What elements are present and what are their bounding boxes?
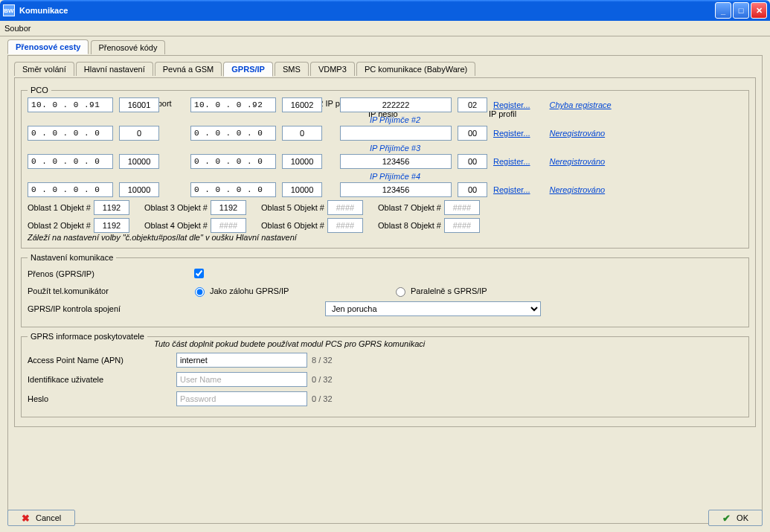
radio-parallel[interactable] (396, 287, 405, 297)
ok-icon: ✔ (722, 513, 731, 524)
app-icon: BW (3, 4, 15, 16)
recv4-register[interactable]: Register... (493, 185, 530, 194)
subtab-vdmp3[interactable]: VDMP3 (310, 62, 355, 76)
pco-legend: PCO (28, 86, 51, 94)
receiver-4-header: IP Přijímče #4 (370, 172, 742, 181)
group-gprs-info: GPRS informace poskytovatele Tuto část d… (21, 332, 749, 417)
recv1-wan1-port[interactable] (119, 97, 159, 112)
main-tab-row: Přenosové cesty Přenosové kódy (7, 39, 763, 56)
ok-button[interactable]: ✔ OK (708, 510, 763, 526)
recv3-status[interactable]: Neregistrováno (550, 157, 606, 166)
minimize-button[interactable]: _ (715, 2, 731, 19)
area2-value[interactable] (94, 218, 129, 233)
radio-backup[interactable] (195, 287, 205, 297)
area2-label: Oblast 2 Objekt # (28, 221, 91, 230)
recv1-wan2-ip[interactable] (190, 97, 276, 112)
recv4-wan1-ip[interactable] (28, 182, 113, 197)
recv3-profile[interactable] (458, 154, 487, 169)
recv2-wan1-port[interactable] (119, 126, 159, 141)
recv1-wan2-port[interactable] (282, 97, 322, 112)
cancel-icon: ✖ (22, 513, 30, 524)
recv3-pw[interactable] (340, 154, 452, 169)
transfer-checkbox[interactable] (194, 269, 204, 278)
radio-backup-label: Jako zálohu GPRS/IP (210, 286, 289, 295)
apn-label: Access Point Name (APN) (28, 356, 176, 365)
area8-label: Oblast 8 Objekt # (378, 221, 441, 230)
group-pco: PCO WAN1 IP adresa WAN1 IP port WAN2 IP … (21, 86, 749, 249)
recv1-status[interactable]: Chyba registrace (550, 100, 612, 109)
gprs-note: Tuto část doplnit pokud budete používat … (154, 339, 742, 348)
area7-value[interactable] (444, 200, 480, 215)
titlebar: BW Komunikace _ □ ✕ (0, 0, 770, 21)
tab-codes[interactable]: Přenosové kódy (91, 40, 166, 54)
subtab-pc-comm[interactable]: PC komunikace (BabyWare) (356, 62, 475, 76)
tab-paths[interactable]: Přenosové cesty (7, 39, 89, 54)
supervision-label: GPRS/IP kontrola spojení (28, 304, 325, 313)
supervision-select[interactable]: Jen porucha (325, 301, 541, 316)
recv2-profile[interactable] (458, 126, 487, 141)
area6-label: Oblast 6 Objekt # (261, 221, 324, 230)
area5-label: Oblast 5 Objekt # (261, 203, 324, 212)
pw-count: 0 / 32 (312, 394, 333, 403)
recv3-wan2-ip[interactable] (190, 154, 276, 169)
recv4-wan2-ip[interactable] (190, 182, 276, 197)
menu-file[interactable]: Soubor (4, 24, 31, 33)
gprs-legend: GPRS informace poskytovatele (28, 332, 147, 341)
recv1-profile[interactable] (458, 97, 487, 112)
apn-count: 8 / 32 (312, 356, 333, 365)
receiver-3-header: IP Přijímče #3 (370, 144, 742, 153)
maximize-button[interactable]: □ (733, 2, 749, 19)
recv2-wan2-ip[interactable] (190, 126, 276, 141)
subtab-fixed-gsm[interactable]: Pevná a GSM (155, 62, 222, 76)
recv1-wan1-ip[interactable] (28, 97, 113, 112)
user-count: 0 / 32 (312, 375, 333, 384)
area-note: Záleží na nastavení volby "č.objektu#pos… (28, 233, 742, 242)
cancel-label: Cancel (36, 513, 61, 522)
recv2-wan1-ip[interactable] (28, 126, 113, 141)
cancel-button[interactable]: ✖ Cancel (7, 510, 75, 526)
recv1-register[interactable]: Register... (493, 100, 530, 109)
area1-value[interactable] (94, 200, 129, 215)
group-comm-settings: Nastavení komunikace Přenos (GPRS/IP) Po… (21, 253, 749, 327)
hdr-ip-profile: IP profil (489, 109, 533, 118)
area1-label: Oblast 1 Objekt # (28, 203, 91, 212)
recv4-status[interactable]: Neregistrováno (550, 185, 606, 194)
window-title: Komunikace (19, 6, 68, 15)
radio-parallel-label: Paralelně s GPRS/IP (411, 286, 487, 295)
sub-tab-row: Směr volání Hlavní nastavení Pevná a GSM… (14, 62, 756, 78)
recv4-wan1-port[interactable] (119, 182, 159, 197)
recv3-register[interactable]: Register... (493, 157, 530, 166)
area6-value[interactable] (327, 218, 363, 233)
recv4-profile[interactable] (458, 182, 487, 197)
area7-label: Oblast 7 Objekt # (378, 203, 441, 212)
comm-legend: Nastavení komunikace (28, 253, 116, 262)
recv2-wan2-port[interactable] (282, 126, 322, 141)
ok-label: OK (737, 513, 748, 522)
recv4-pw[interactable] (340, 182, 452, 197)
recv2-register[interactable]: Register... (493, 129, 530, 138)
pw-input[interactable] (176, 391, 307, 406)
use-tel-label: Použít tel.komunikátor (28, 286, 191, 295)
close-button[interactable]: ✕ (751, 2, 767, 19)
recv3-wan2-port[interactable] (282, 154, 322, 169)
recv4-wan2-port[interactable] (282, 182, 322, 197)
area3-value[interactable] (211, 200, 246, 215)
transfer-label: Přenos (GPRS/IP) (28, 269, 191, 278)
area8-value[interactable] (444, 218, 480, 233)
recv3-wan1-port[interactable] (119, 154, 159, 169)
recv3-wan1-ip[interactable] (28, 154, 113, 169)
subtab-dial-direction[interactable]: Směr volání (14, 62, 74, 76)
recv2-status[interactable]: Neregistrováno (550, 129, 606, 138)
recv2-pw[interactable] (340, 126, 452, 141)
subtab-gprs-ip[interactable]: GPRS/IP (223, 62, 273, 77)
subtab-main-settings[interactable]: Hlavní nastavení (76, 62, 153, 76)
user-label: Identifikace uživatele (28, 375, 176, 384)
pw-label: Heslo (28, 394, 176, 403)
subtab-sms[interactable]: SMS (275, 62, 309, 76)
area4-label: Oblast 4 Objekt # (144, 221, 208, 230)
area5-value[interactable] (327, 200, 363, 215)
apn-input[interactable] (176, 353, 307, 368)
area4-value[interactable] (211, 218, 246, 233)
user-input[interactable] (176, 372, 307, 387)
recv1-pw[interactable] (340, 97, 452, 112)
